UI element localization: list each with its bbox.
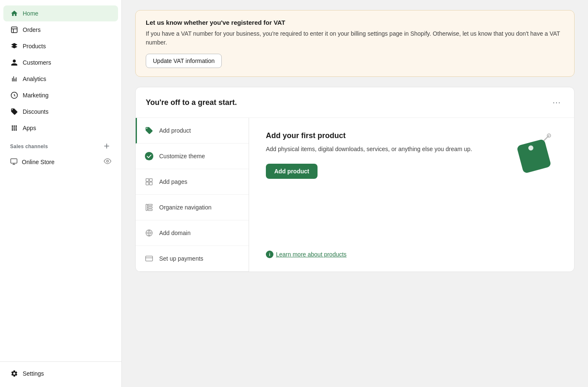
online-store-icon	[10, 158, 18, 167]
step-add-pages[interactable]: Add pages	[136, 169, 249, 195]
discounts-icon	[10, 107, 18, 116]
sidebar-item-analytics[interactable]: Analytics	[3, 71, 118, 87]
home-icon	[10, 9, 18, 18]
sidebar-bottom: Settings	[0, 361, 121, 382]
step-organize-navigation[interactable]: Organize navigation	[136, 195, 249, 220]
apps-icon	[10, 124, 18, 132]
step-label: Customize theme	[159, 153, 205, 160]
svg-point-4	[145, 152, 153, 160]
svg-rect-5	[146, 179, 149, 182]
add-pages-icon	[144, 177, 154, 187]
sidebar-item-orders[interactable]: Orders	[3, 22, 118, 38]
add-sales-channel-icon[interactable]	[103, 142, 111, 151]
step-set-up-payments[interactable]: Set up payments	[136, 246, 249, 272]
step-customize-theme[interactable]: Customize theme	[136, 144, 249, 169]
marketing-icon	[10, 91, 18, 99]
sidebar-item-settings[interactable]: Settings	[3, 366, 118, 382]
organize-nav-icon	[144, 202, 154, 212]
svg-rect-11	[148, 207, 152, 208]
sidebar-item-discounts[interactable]: Discounts	[3, 104, 118, 120]
learn-more-row: i Learn more about products	[266, 241, 557, 258]
eye-icon[interactable]	[104, 157, 111, 167]
learn-more-link[interactable]: Learn more about products	[276, 251, 346, 258]
svg-rect-7	[146, 182, 149, 185]
add-domain-icon	[144, 228, 154, 238]
svg-rect-6	[150, 179, 152, 182]
svg-rect-0	[11, 27, 17, 33]
step-add-domain[interactable]: Add domain	[136, 220, 249, 246]
product-illustration	[511, 131, 557, 178]
vat-banner-description: If you have a VAT number for your busine…	[146, 29, 564, 47]
sidebar: Home Orders Products Customers Analytics	[0, 0, 122, 387]
step-content-title: Add your first product	[266, 131, 503, 140]
step-content-desc: Add physical items, digital downloads, s…	[266, 144, 503, 154]
step-label: Add domain	[159, 230, 191, 236]
settings-icon	[10, 369, 18, 378]
product-tag-svg	[511, 131, 557, 178]
info-icon: i	[266, 251, 273, 258]
add-product-action-button[interactable]: Add product	[266, 164, 318, 179]
add-product-icon	[144, 126, 154, 136]
setup-payments-icon	[144, 254, 154, 264]
sidebar-item-customers[interactable]: Customers	[3, 55, 118, 71]
getting-started-card: You're off to a great start. ⋯ Add produ…	[135, 87, 575, 272]
svg-rect-2	[11, 159, 17, 163]
svg-rect-17	[517, 139, 551, 174]
update-vat-button[interactable]: Update VAT information	[146, 54, 222, 68]
card-header: You're off to a great start. ⋯	[136, 87, 574, 118]
step-label: Add pages	[159, 178, 187, 185]
vat-banner: Let us know whether you've registered fo…	[135, 10, 575, 77]
sidebar-item-online-store[interactable]: Online Store	[3, 154, 118, 170]
steps-list: Add product Customize theme Add pages	[136, 118, 249, 272]
svg-rect-14	[146, 256, 153, 261]
orders-icon	[10, 26, 18, 34]
step-label: Set up payments	[159, 255, 203, 262]
customers-icon	[10, 58, 18, 67]
sidebar-item-home[interactable]: Home	[3, 5, 118, 21]
step-content-panel: Add your first product Add physical item…	[249, 118, 574, 272]
nav-list: Home Orders Products Customers Analytics	[0, 5, 121, 136]
step-label: Add product	[159, 127, 191, 134]
svg-point-3	[107, 160, 109, 162]
svg-rect-8	[150, 182, 152, 185]
analytics-icon	[10, 75, 18, 83]
svg-rect-12	[148, 209, 152, 210]
more-options-button[interactable]: ⋯	[549, 96, 564, 109]
svg-rect-9	[146, 204, 147, 211]
sidebar-item-apps[interactable]: Apps	[3, 120, 118, 136]
svg-rect-10	[148, 204, 152, 206]
products-icon	[10, 42, 18, 50]
main-content: Let us know whether you've registered fo…	[122, 0, 588, 387]
customize-theme-check-icon	[144, 151, 154, 161]
sidebar-item-marketing[interactable]: Marketing	[3, 87, 118, 103]
step-add-product[interactable]: Add product	[136, 118, 249, 144]
step-label: Organize navigation	[159, 204, 212, 211]
step-content-text: Add your first product Add physical item…	[266, 131, 503, 179]
vat-banner-title: Let us know whether you've registered fo…	[146, 19, 564, 26]
sidebar-item-products[interactable]: Products	[3, 38, 118, 54]
card-body: Add product Customize theme Add pages	[136, 118, 574, 272]
sales-channels-section: Sales channels	[0, 136, 121, 153]
card-title: You're off to a great start.	[146, 98, 237, 107]
